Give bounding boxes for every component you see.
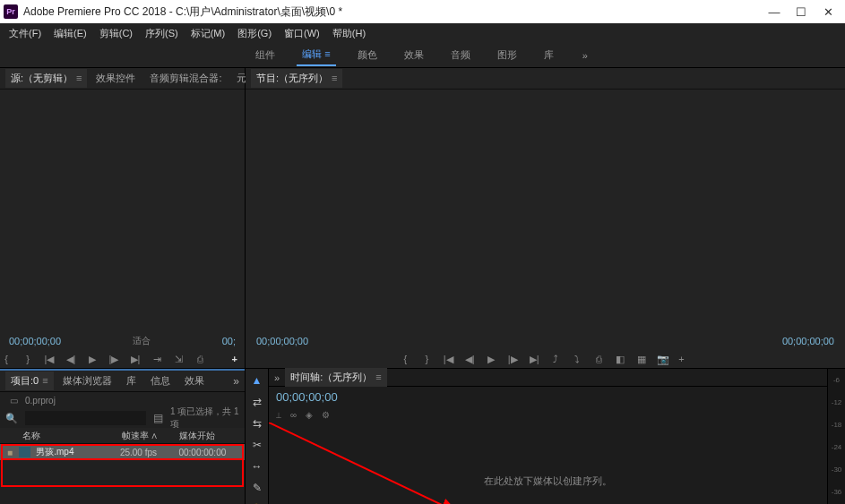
filter-icon[interactable]: ▤: [153, 412, 163, 424]
menu-item[interactable]: 帮助(H): [327, 25, 371, 42]
meter-tick: -18: [832, 421, 842, 429]
step-back-icon[interactable]: ◀|: [65, 354, 77, 365]
window-title: Adobe Premiere Pro CC 2018 - C:\用户\Admin…: [23, 4, 761, 20]
project-panel-tab[interactable]: 效果: [179, 372, 210, 390]
menu-item[interactable]: 标记(M): [185, 25, 231, 42]
pen-tool-icon[interactable]: ✎: [249, 480, 265, 496]
timeline-overflow[interactable]: »: [274, 372, 280, 383]
mark-in-icon[interactable]: {: [0, 354, 13, 364]
timeline-tc: 00;00;00;00: [276, 390, 338, 404]
app-icon: Pr: [4, 4, 18, 19]
item-start: 00:00:00:00: [178, 448, 237, 457]
step-back-icon[interactable]: ◀|: [463, 354, 476, 365]
menu-item[interactable]: 序列(S): [140, 25, 184, 42]
source-tc-left: 00;00;00;00: [9, 336, 61, 346]
source-panel-tab[interactable]: 音频剪辑混合器:: [144, 69, 227, 88]
project-panel-tab[interactable]: 媒体浏览器: [57, 372, 117, 390]
slip-tool-icon[interactable]: ↔: [249, 458, 265, 474]
source-tc-right: 00;: [222, 336, 236, 346]
go-to-out-icon[interactable]: ▶|: [129, 354, 142, 365]
snap-icon[interactable]: ⟂: [276, 410, 281, 420]
extract-icon[interactable]: ⤵: [571, 354, 583, 364]
bin-icon: ▭: [7, 395, 20, 406]
source-fit-label[interactable]: 适合: [133, 335, 151, 347]
play-icon[interactable]: ▶: [485, 354, 497, 365]
meter-tick: -24: [832, 443, 842, 451]
go-to-in-icon[interactable]: |◀: [442, 354, 454, 365]
razor-tool-icon[interactable]: ✂: [249, 437, 265, 453]
go-to-in-icon[interactable]: |◀: [43, 354, 56, 365]
snapshot-icon[interactable]: 📷: [657, 354, 669, 365]
meter-tick: -12: [832, 398, 842, 406]
project-panel-tab[interactable]: 项目:0≡: [5, 372, 54, 390]
timeline-tab[interactable]: 时间轴:（无序列）≡: [285, 368, 386, 387]
workspace-tab[interactable]: 颜色: [352, 45, 383, 65]
workspace-tab[interactable]: 编辑 ≡: [297, 44, 335, 66]
project-search-input[interactable]: [25, 411, 146, 425]
col-fps[interactable]: 帧速率 ∧: [122, 430, 180, 442]
go-to-out-icon[interactable]: ▶|: [528, 354, 540, 365]
program-monitor: [246, 90, 845, 332]
program-tc-right: 00;00;00;00: [782, 336, 834, 346]
markers-icon[interactable]: ◈: [306, 410, 313, 420]
annotation-box-item: [1, 458, 244, 487]
menu-item[interactable]: 剪辑(C): [94, 25, 138, 42]
ripple-edit-tool-icon[interactable]: ⇆: [249, 415, 265, 431]
close-button[interactable]: ✕: [815, 0, 841, 23]
linked-selection-icon[interactable]: ∞: [290, 410, 297, 420]
source-panel-tab[interactable]: 效果控件: [91, 69, 141, 88]
workspace-tab[interactable]: 音频: [445, 45, 476, 65]
step-fwd-icon[interactable]: |▶: [108, 354, 120, 365]
col-name[interactable]: 名称: [22, 430, 122, 442]
project-panel-tab[interactable]: 信息: [145, 372, 176, 390]
add-button-icon[interactable]: +: [232, 354, 237, 364]
item-fps: 25.00 fps: [120, 448, 179, 457]
menu-item[interactable]: 图形(G): [232, 25, 277, 42]
lift-icon[interactable]: ⤴: [549, 354, 562, 364]
timeline-empty-text: 在此处放下媒体以创建序列。: [484, 474, 612, 488]
annotation-arrow: [269, 423, 771, 504]
track-select-tool-icon[interactable]: ⇄: [249, 394, 265, 410]
project-panel-tab[interactable]: 库: [121, 372, 142, 390]
project-tabs-overflow[interactable]: »: [233, 375, 239, 388]
meter-tick: -30: [832, 466, 842, 474]
search-icon[interactable]: 🔍: [5, 413, 18, 424]
program-tc-left: 00;00;00;00: [256, 336, 308, 346]
selection-tool-icon[interactable]: ▲: [249, 372, 265, 389]
workspace-tab[interactable]: 库: [539, 45, 559, 65]
selection-info: 1 项已选择，共 1 项: [170, 406, 239, 431]
workspace-tab[interactable]: 图形: [492, 45, 522, 65]
project-filename: 0.prproj: [25, 396, 56, 406]
item-type-icon: ■: [7, 448, 19, 457]
program-tab[interactable]: 节目:（无序列）≡: [251, 69, 342, 88]
step-fwd-icon[interactable]: |▶: [506, 354, 519, 365]
source-panel-tab[interactable]: 源:（无剪辑）≡: [5, 69, 87, 88]
menu-item[interactable]: 文件(F): [4, 25, 47, 42]
workspace-tab[interactable]: 组件: [250, 45, 280, 65]
add-button-icon[interactable]: +: [678, 354, 684, 364]
play-icon[interactable]: ▶: [86, 354, 99, 365]
item-name: 男孩.mp4: [36, 446, 120, 458]
safe-margins-icon[interactable]: ▦: [635, 354, 648, 365]
settings-icon[interactable]: ⚙: [322, 410, 330, 420]
menu-item[interactable]: 编辑(E): [48, 25, 92, 42]
insert-icon[interactable]: ⇥: [151, 354, 163, 365]
meter-tick: -36: [832, 488, 842, 496]
col-start[interactable]: 媒体开始: [179, 430, 237, 442]
project-item-row[interactable]: ■男孩.mp425.00 fps00:00:00:00: [0, 444, 245, 460]
overwrite-icon[interactable]: ⇲: [172, 354, 185, 365]
maximize-button[interactable]: ☐: [788, 0, 815, 23]
workspace-overflow[interactable]: »: [575, 47, 595, 64]
mark-out-icon[interactable]: }: [22, 354, 34, 364]
menu-item[interactable]: 窗口(W): [279, 25, 325, 42]
meter-tick: -6: [833, 376, 840, 384]
mark-in-icon[interactable]: {: [399, 354, 411, 364]
minimize-button[interactable]: —: [761, 0, 788, 23]
item-thumbnail: [19, 447, 30, 457]
svg-line-0: [269, 423, 457, 504]
export-icon[interactable]: ⎙: [592, 354, 605, 364]
mark-out-icon[interactable]: }: [420, 354, 433, 364]
export-icon[interactable]: ⎙: [194, 354, 206, 364]
workspace-tab[interactable]: 效果: [399, 45, 429, 65]
compare-icon[interactable]: ◧: [614, 354, 626, 365]
